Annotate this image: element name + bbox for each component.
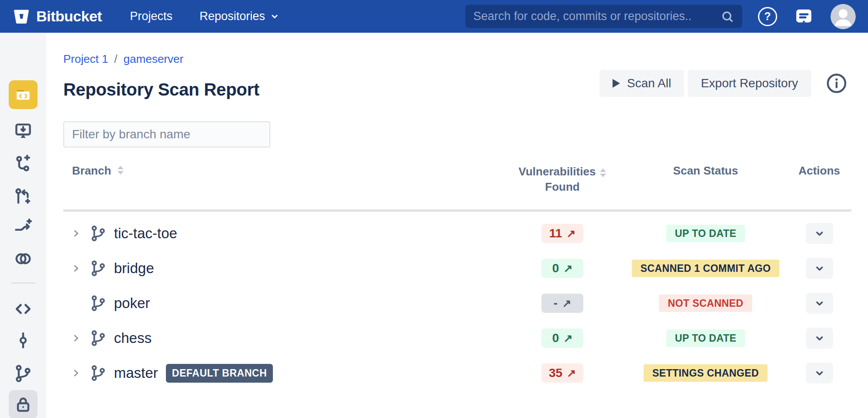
- row-actions-dropdown[interactable]: [806, 328, 833, 349]
- help-icon[interactable]: ?: [758, 7, 777, 26]
- nav-repositories[interactable]: Repositories: [200, 10, 280, 23]
- scan-all-button[interactable]: Scan All: [599, 70, 684, 97]
- source-code-icon: [14, 299, 33, 319]
- toolbar: Scan All Export Repository: [599, 70, 847, 97]
- expand-chevron-icon[interactable]: [69, 367, 83, 379]
- vulnerability-count: -: [554, 296, 558, 310]
- compare-circles-icon: [14, 249, 33, 268]
- export-repository-button[interactable]: Export Repository: [688, 70, 811, 97]
- page-title: Repository Scan Report: [63, 80, 259, 99]
- sidebar-item-create-branch[interactable]: [14, 154, 33, 173]
- sidebar-item-deployments[interactable]: [14, 121, 33, 140]
- table-row: bridge 0 ↗ SCANNED 1 COMMIT AGO: [63, 251, 851, 286]
- git-branch-icon: [90, 364, 107, 382]
- info-icon[interactable]: [826, 73, 847, 94]
- git-branch-icon: [90, 295, 107, 312]
- vulnerability-count: 11: [549, 226, 562, 240]
- sort-icon[interactable]: [600, 168, 606, 177]
- breadcrumb-repo-link[interactable]: gameserver: [124, 52, 183, 66]
- column-header-branch[interactable]: Branch: [63, 164, 482, 195]
- trend-arrow-icon: ↗: [563, 332, 572, 345]
- scan-report-table: Branch Vulnerabilities Found Scan Status…: [63, 161, 851, 391]
- deployments-monitor-icon: [14, 121, 33, 140]
- sidebar-item-create-pull-request[interactable]: [14, 187, 33, 206]
- lock-icon: [14, 395, 33, 414]
- search-input[interactable]: [473, 10, 720, 23]
- sidebar-item-branches[interactable]: [14, 364, 33, 383]
- vulnerability-count: 35: [549, 366, 562, 380]
- branch-name[interactable]: poker: [114, 295, 150, 312]
- branch-name[interactable]: bridge: [114, 260, 154, 277]
- sidebar-item-repository[interactable]: [9, 80, 38, 109]
- sidebar-item-source-code[interactable]: [14, 299, 33, 319]
- create-branch-icon: [14, 154, 33, 173]
- vulnerability-count: 0: [552, 331, 559, 345]
- left-sidebar: [0, 33, 46, 418]
- bitbucket-logo-icon: [12, 8, 31, 25]
- row-actions-dropdown[interactable]: [806, 363, 833, 384]
- table-body: tic-tac-toe 11 ↗ UP TO DATE: [63, 212, 851, 391]
- navbar-right: ?: [758, 4, 856, 29]
- column-header-actions: Actions: [769, 164, 851, 195]
- git-branch-icon: [90, 225, 107, 242]
- sort-icon[interactable]: [117, 166, 124, 175]
- sidebar-item-commits[interactable]: [14, 331, 33, 350]
- scan-status-badge: SCANNED 1 COMMIT AGO: [632, 260, 780, 277]
- trend-arrow-icon: ↗: [567, 367, 576, 380]
- play-icon: [613, 79, 620, 88]
- table-row: chess 0 ↗ UP TO DATE: [63, 321, 851, 356]
- top-navbar: Bitbucket Projects Repositories ?: [0, 0, 868, 33]
- search-icon[interactable]: [720, 10, 734, 24]
- column-header-vulnerabilities[interactable]: Vulnerabilities Found: [482, 164, 642, 195]
- table-row: poker - ↗ NOT SCANNED: [63, 286, 851, 321]
- vulnerabilities-badge[interactable]: 0 ↗: [541, 259, 583, 278]
- expand-chevron-icon[interactable]: [69, 228, 83, 239]
- sidebar-divider: [11, 282, 35, 284]
- row-actions-dropdown[interactable]: [806, 223, 833, 244]
- table-header-row: Branch Vulnerabilities Found Scan Status…: [63, 161, 851, 195]
- trend-arrow-icon: ↗: [566, 227, 575, 240]
- sidebar-item-security[interactable]: [9, 390, 38, 418]
- breadcrumb-separator: /: [114, 52, 117, 66]
- table-row: tic-tac-toe 11 ↗ UP TO DATE: [63, 216, 851, 251]
- column-header-scan-status: Scan Status: [642, 164, 769, 195]
- scan-status-badge: SETTINGS CHANGED: [644, 364, 768, 382]
- sidebar-item-compare[interactable]: [14, 249, 33, 268]
- git-branch-icon: [90, 260, 107, 277]
- bitbucket-brand[interactable]: Bitbucket: [12, 8, 102, 25]
- branch-name[interactable]: chess: [114, 330, 152, 346]
- branch-filter-input[interactable]: [63, 121, 270, 147]
- commit-icon: [14, 331, 33, 350]
- trend-arrow-icon: ↗: [562, 297, 571, 310]
- scan-status-badge: UP TO DATE: [666, 329, 745, 347]
- row-actions-dropdown[interactable]: [806, 293, 833, 314]
- fork-icon: [14, 219, 33, 238]
- avatar[interactable]: [830, 4, 856, 29]
- vulnerabilities-badge[interactable]: 11 ↗: [541, 224, 583, 243]
- vulnerabilities-badge[interactable]: 35 ↗: [541, 363, 583, 383]
- breadcrumb: Project 1 / gameserver: [63, 52, 183, 66]
- breadcrumb-project-link[interactable]: Project 1: [63, 52, 108, 66]
- create-pull-request-icon: [14, 187, 33, 206]
- branch-filter: [63, 121, 270, 147]
- global-search[interactable]: [465, 5, 742, 28]
- sidebar-item-fork[interactable]: [14, 219, 33, 238]
- vulnerabilities-badge[interactable]: - ↗: [541, 294, 583, 313]
- branch-name[interactable]: master: [114, 365, 158, 381]
- nav-projects[interactable]: Projects: [130, 10, 172, 23]
- primary-nav: Projects Repositories: [130, 10, 280, 23]
- vulnerability-count: 0: [552, 261, 559, 275]
- feedback-icon[interactable]: [794, 7, 814, 27]
- default-branch-badge: DEFAULT BRANCH: [166, 364, 273, 383]
- chevron-down-icon: [269, 11, 280, 22]
- git-branch-icon: [90, 329, 107, 347]
- git-branch-icon: [14, 364, 33, 383]
- expand-chevron-icon[interactable]: [69, 263, 83, 274]
- expand-chevron-icon[interactable]: [69, 332, 83, 344]
- scan-status-badge: UP TO DATE: [666, 225, 745, 242]
- branch-name[interactable]: tic-tac-toe: [114, 225, 177, 242]
- row-actions-dropdown[interactable]: [806, 258, 833, 279]
- vulnerabilities-badge[interactable]: 0 ↗: [541, 329, 583, 348]
- brand-name: Bitbucket: [36, 8, 102, 25]
- trend-arrow-icon: ↗: [563, 262, 572, 275]
